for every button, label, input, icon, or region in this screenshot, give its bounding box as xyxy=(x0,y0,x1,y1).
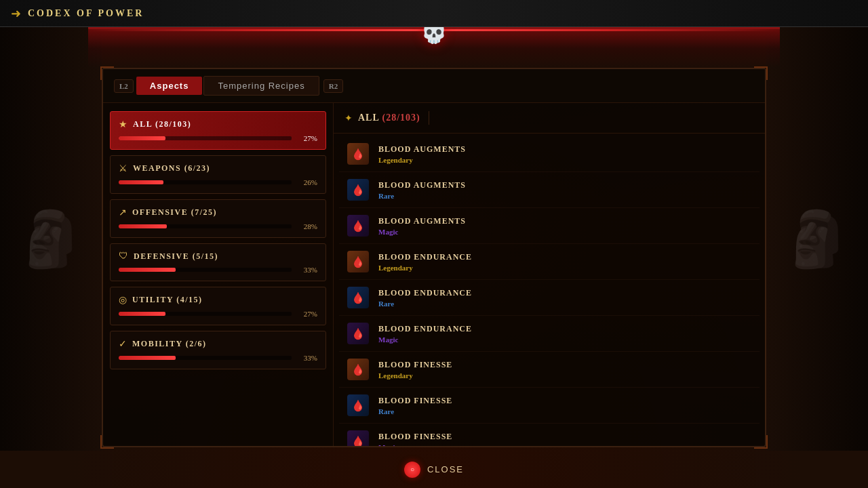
category-item-defensive[interactable]: 🛡 DEFENSIVE (5/15) 33% xyxy=(110,243,326,281)
progress-percent-mobility: 33% xyxy=(297,354,317,362)
item-icon: 🩸 xyxy=(346,178,370,202)
all-header-divider xyxy=(429,111,429,125)
item-rarity: Rare xyxy=(378,300,472,308)
category-icon-offensive: ↗ xyxy=(119,207,127,218)
close-label: Close xyxy=(427,464,464,474)
list-item[interactable]: 🩸 BLOOD AUGMENTS Legendary xyxy=(339,136,760,172)
category-item-weapons[interactable]: ⚔ WEAPONS (6/23) 26% xyxy=(110,155,326,194)
progress-percent-defensive: 33% xyxy=(297,266,317,274)
item-info: BLOOD FINESSE Rare xyxy=(378,396,452,415)
item-info: BLOOD AUGMENTS Legendary xyxy=(378,144,466,164)
tab-aspects[interactable]: Aspects xyxy=(136,77,203,95)
progress-fill-weapons xyxy=(119,180,163,184)
category-icon-defensive: 🛡 xyxy=(119,251,128,262)
item-icon-img: 🩸 xyxy=(347,215,369,237)
right-panel: ✦ ALL (28/103) 🩸 BLOOD AUGMENTS Legendar… xyxy=(334,103,765,446)
side-decoration-right: 🗿 xyxy=(766,27,868,451)
list-item[interactable]: 🩸 BLOOD FINESSE Magic xyxy=(339,424,760,446)
item-info: BLOOD ENDURANCE Legendary xyxy=(378,252,472,272)
tab-tempering[interactable]: Tempering Recipes xyxy=(203,76,319,96)
item-rarity: Legendary xyxy=(378,371,452,380)
progress-percent-utility: 27% xyxy=(297,310,317,318)
item-name: BLOOD ENDURANCE xyxy=(378,288,472,298)
item-icon: 🩸 xyxy=(346,249,370,274)
progress-fill-all xyxy=(119,136,165,140)
item-name: BLOOD AUGMENTS xyxy=(378,216,466,226)
item-icon-img: 🩸 xyxy=(347,430,369,446)
category-item-utility[interactable]: ◎ UTILITY (4/15) 27% xyxy=(110,287,326,325)
category-item-mobility[interactable]: ✓ MOBILITY (2/6) 33% xyxy=(110,331,326,369)
list-item[interactable]: 🩸 BLOOD ENDURANCE Rare xyxy=(339,280,760,316)
list-item[interactable]: 🩸 BLOOD AUGMENTS Rare xyxy=(339,172,760,208)
item-name: BLOOD ENDURANCE xyxy=(378,252,472,262)
item-info: BLOOD ENDURANCE Magic xyxy=(378,324,472,344)
item-name: BLOOD ENDURANCE xyxy=(378,324,472,334)
item-icon: 🩸 xyxy=(346,285,370,310)
category-name-mobility: MOBILITY (2/6) xyxy=(132,339,207,349)
list-item[interactable]: 🩸 BLOOD FINESSE Legendary xyxy=(339,352,760,388)
progress-bg-weapons xyxy=(119,180,292,184)
all-header-icon: ✦ xyxy=(344,113,353,124)
item-icon-img: 🩸 xyxy=(347,251,369,272)
page-title: CODEX OF POWER xyxy=(28,8,144,19)
item-icon: 🩸 xyxy=(346,393,370,418)
all-header-label: ALL (28/103) xyxy=(358,113,420,123)
progress-fill-offensive xyxy=(119,224,167,228)
item-icon: 🩸 xyxy=(346,321,370,346)
item-rarity: Rare xyxy=(378,407,452,415)
r2-label: R2 xyxy=(323,79,343,93)
category-name-weapons: WEAPONS (6/23) xyxy=(133,163,210,174)
item-icon: 🩸 xyxy=(346,214,370,238)
category-name-utility: UTILITY (4/15) xyxy=(132,295,203,305)
list-item[interactable]: 🩸 BLOOD FINESSE Rare xyxy=(339,388,760,424)
progress-fill-defensive xyxy=(119,268,176,272)
item-info: BLOOD FINESSE Legendary xyxy=(378,360,452,380)
progress-percent-weapons: 26% xyxy=(297,178,317,186)
item-name: BLOOD FINESSE xyxy=(378,432,452,442)
item-icon: 🩸 xyxy=(346,429,370,446)
progress-fill-mobility xyxy=(119,356,176,360)
item-info: BLOOD AUGMENTS Magic xyxy=(378,216,466,236)
items-list: 🩸 BLOOD AUGMENTS Legendary 🩸 BLOOD AUGME… xyxy=(334,134,765,446)
category-item-all[interactable]: ★ ALL (28/103) 27% xyxy=(110,111,326,150)
list-item[interactable]: 🩸 BLOOD AUGMENTS Magic xyxy=(339,208,760,244)
right-panel-header: ✦ ALL (28/103) xyxy=(334,103,765,134)
item-icon: 🩸 xyxy=(346,357,370,382)
item-rarity: Magic xyxy=(378,443,452,447)
item-rarity: Rare xyxy=(378,192,466,200)
item-rarity: Magic xyxy=(378,336,472,344)
category-icon-all: ★ xyxy=(119,119,127,130)
category-icon-weapons: ⚔ xyxy=(119,163,127,174)
item-info: BLOOD AUGMENTS Rare xyxy=(378,180,466,200)
category-icon-utility: ◎ xyxy=(119,294,127,306)
item-info: BLOOD FINESSE Magic xyxy=(378,432,452,447)
list-item[interactable]: 🩸 BLOOD ENDURANCE Legendary xyxy=(339,244,760,280)
main-container: L2 Aspects Tempering Recipes R2 ★ ALL (2… xyxy=(102,68,766,447)
list-item[interactable]: 🩸 BLOOD ENDURANCE Magic xyxy=(339,316,760,352)
item-name: BLOOD AUGMENTS xyxy=(378,180,466,190)
category-name-offensive: OFFENSIVE (7/25) xyxy=(132,207,217,218)
progress-percent-all: 27% xyxy=(297,134,317,142)
category-name-defensive: DEFENSIVE (5/15) xyxy=(134,251,218,262)
item-icon-img: 🩸 xyxy=(347,394,369,416)
item-icon-img: 🩸 xyxy=(347,179,369,201)
item-info: BLOOD ENDURANCE Rare xyxy=(378,288,472,308)
content-layout: ★ ALL (28/103) 27% ⚔ WEAPONS (6/23) 26% … xyxy=(103,103,765,446)
left-panel: ★ ALL (28/103) 27% ⚔ WEAPONS (6/23) 26% … xyxy=(103,103,334,446)
tab-bar: L2 Aspects Tempering Recipes R2 xyxy=(103,69,765,103)
all-count: (28/103) xyxy=(382,113,420,123)
category-icon-mobility: ✓ xyxy=(119,338,127,350)
title-arrow-icon: ➜ xyxy=(11,6,21,21)
progress-percent-offensive: 28% xyxy=(297,222,317,230)
item-name: BLOOD AUGMENTS xyxy=(378,144,466,155)
l2-label: L2 xyxy=(114,79,134,93)
item-name: BLOOD FINESSE xyxy=(378,360,452,370)
bottom-bar: ○ Close xyxy=(0,451,868,488)
item-icon: 🩸 xyxy=(346,142,370,166)
close-button[interactable]: ○ Close xyxy=(391,456,477,483)
category-item-offensive[interactable]: ↗ OFFENSIVE (7/25) 28% xyxy=(110,199,326,238)
side-decoration-left: 🗿 xyxy=(0,27,102,451)
close-circle-icon: ○ xyxy=(404,462,420,478)
progress-bg-defensive xyxy=(119,268,292,272)
category-name-all: ALL (28/103) xyxy=(133,119,191,129)
